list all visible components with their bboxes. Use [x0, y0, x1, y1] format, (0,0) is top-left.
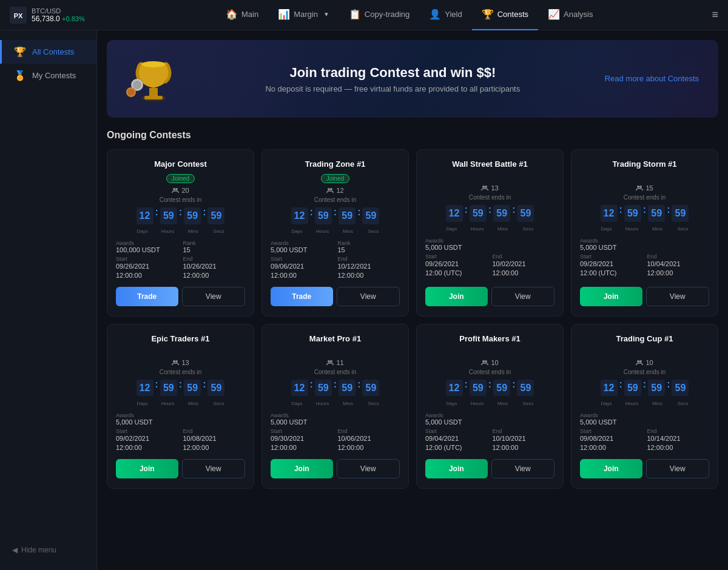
participants-icon	[636, 360, 643, 366]
dropdown-chevron-icon: ▼	[323, 11, 329, 18]
view-button[interactable]: View	[182, 287, 246, 306]
timer-sep3: :	[357, 207, 360, 225]
card-info: Awards 5,000 USDT Start 09/26/2021 12:00…	[425, 238, 554, 278]
end-block: End 10/14/2021 12:00:00	[647, 428, 710, 453]
view-button[interactable]: View	[337, 287, 400, 306]
participants-count: 12	[271, 187, 400, 194]
hide-menu-button[interactable]: ◀ Hide menu	[0, 540, 96, 560]
svg-point-20	[328, 360, 330, 363]
banner-text: Join trading Contest and win $$! No depo…	[181, 65, 605, 93]
contest-card: Trading Cup #1 10 Contest ends in 12 : 5…	[571, 324, 718, 489]
banner-subtitle: No deposit is required — free virtual fu…	[181, 84, 605, 93]
card-info: Awards 5,000 USDT Start 09/02/2021 12:00…	[116, 412, 245, 453]
svg-point-14	[482, 186, 485, 188]
participants-icon	[172, 360, 179, 366]
nav-link-analysis[interactable]: 📈 Analysis	[538, 0, 602, 30]
awards-block: Awards 5,000 USDT	[425, 412, 488, 426]
timer-secs-block: 59	[517, 205, 534, 221]
view-button[interactable]: View	[646, 459, 710, 478]
hours-label: Hours	[469, 226, 486, 232]
start-block: Start 09/26/2021 12:00 (UTC)	[425, 253, 488, 278]
nav-link-main[interactable]: 🏠 Main	[216, 0, 268, 30]
mins-label: Mins	[185, 229, 202, 234]
read-more-link[interactable]: Read more about Contests	[605, 73, 699, 85]
sidebar-item-all-contests[interactable]: 🏆 All Contests	[0, 40, 96, 64]
logo-icon: PX	[10, 7, 27, 24]
contest-title: Trading Zone #1	[271, 159, 400, 169]
days-label: Days	[289, 229, 306, 234]
countdown-timer: 12 : 59 : 59 : 59	[116, 379, 245, 397]
ticker-price: 56,738.0 +0.83%	[32, 15, 85, 23]
contest-banner: Join trading Contest and win $$! No depo…	[107, 40, 718, 118]
card-info: Awards 5,000 USDT Start 09/30/2021 12:00…	[271, 412, 400, 453]
timer-sep: :	[155, 379, 158, 397]
my-contests-icon: 🏅	[14, 70, 26, 81]
end-block: End 10/08/2021 12:00:00	[183, 428, 246, 453]
nav-link-margin[interactable]: 📊 Margin ▼	[268, 0, 339, 30]
nav-link-copy-trading[interactable]: 📋 Copy-trading	[339, 0, 419, 30]
view-button[interactable]: View	[491, 459, 555, 478]
mins-label: Mins	[649, 226, 666, 232]
join-button[interactable]: Join	[271, 459, 333, 478]
timer-sep2: :	[488, 204, 491, 223]
join-button[interactable]: Join	[580, 459, 642, 478]
start-block: Start 09/26/2021 12:00:00	[116, 256, 178, 281]
timer-mins-block: 59	[339, 207, 356, 224]
card-info: Awards 100,000 USDT Rank 15 Start 09/26/…	[116, 240, 245, 281]
timer-secs-block: 59	[672, 380, 689, 396]
view-button[interactable]: View	[646, 287, 710, 306]
trade-button[interactable]: Trade	[116, 287, 178, 306]
timer-hours-block: 59	[315, 207, 332, 224]
nav-link-yield[interactable]: 👤 Yield	[419, 0, 471, 30]
view-button[interactable]: View	[491, 287, 555, 306]
svg-point-15	[485, 186, 487, 188]
days-label: Days	[134, 401, 151, 406]
svg-rect-4	[144, 96, 163, 99]
rank-block: Rank 15	[338, 240, 400, 253]
contest-card: Major Contest Joined 20 Contest ends in …	[107, 149, 254, 317]
nav-link-contests[interactable]: 🏆 Contests	[472, 0, 538, 30]
participants-count: 15	[580, 184, 709, 192]
contest-title: Wall Street Battle #1	[425, 159, 554, 169]
joined-badge: Joined	[166, 174, 195, 183]
contest-title: Profit Makers #1	[425, 334, 554, 343]
card-buttons: Join View	[580, 459, 709, 478]
view-button[interactable]: View	[182, 459, 246, 478]
join-button[interactable]: Join	[425, 459, 488, 478]
rank-block: Rank 15	[183, 240, 246, 253]
timer-sep3: :	[357, 379, 360, 397]
timer-sep: :	[155, 207, 158, 225]
timer-days-block: 12	[291, 207, 308, 224]
hamburger-menu-icon[interactable]: ≡	[712, 8, 718, 21]
svg-rect-3	[149, 88, 158, 96]
awards-block: Awards 5,000 USDT	[271, 412, 333, 426]
svg-point-9	[128, 89, 135, 96]
ends-in-label: Contest ends in	[425, 369, 554, 375]
sidebar-item-my-contests[interactable]: 🏅 My Contests	[0, 64, 96, 87]
timer-days-block: 12	[601, 380, 618, 396]
contest-title: Trading Cup #1	[580, 334, 709, 343]
contest-grid-row2: Epic Traders #1 13 Contest ends in 12 : …	[107, 324, 718, 489]
view-button[interactable]: View	[337, 459, 400, 478]
end-block: End 10/04/2021 12:00:00	[647, 253, 710, 278]
days-label: Days	[598, 401, 615, 406]
start-block: Start 09/04/2021 12:00 (UTC)	[425, 428, 488, 453]
trade-button[interactable]: Trade	[271, 287, 333, 306]
secs-label: Secs	[675, 226, 692, 232]
join-button[interactable]: Join	[580, 287, 642, 306]
hours-label: Hours	[314, 401, 331, 406]
join-button[interactable]: Join	[425, 287, 488, 306]
contests-icon: 🏆	[482, 8, 494, 20]
timer-secs-block: 59	[517, 380, 534, 396]
join-button[interactable]: Join	[116, 459, 178, 478]
timer-sep2: :	[643, 204, 646, 223]
timer-secs-block: 59	[362, 380, 379, 396]
svg-point-11	[175, 188, 178, 190]
ends-in-label: Contest ends in	[116, 369, 245, 375]
timer-secs-block: 59	[672, 205, 689, 221]
timer-hours-block: 59	[470, 380, 487, 396]
card-buttons: Trade View	[116, 287, 245, 306]
hours-label: Hours	[160, 229, 177, 234]
card-buttons: Join View	[580, 287, 709, 306]
timer-sep3: :	[512, 379, 515, 397]
